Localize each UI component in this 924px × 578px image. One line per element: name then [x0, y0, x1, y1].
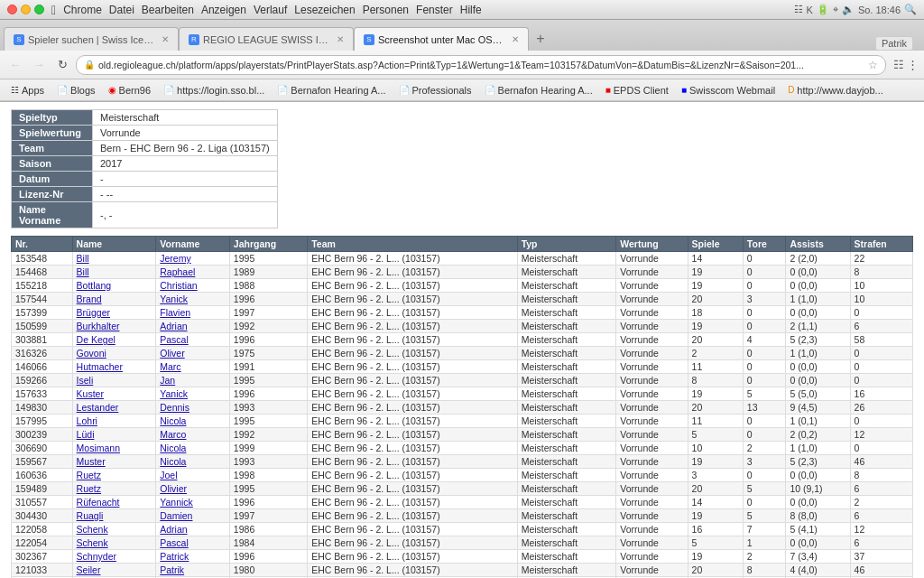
- player-cell: 0: [850, 415, 912, 428]
- tab-1-close[interactable]: ✕: [162, 34, 169, 44]
- table-row: 157995LohriNicola1995EHC Bern 96 - 2. L.…: [12, 415, 913, 428]
- tab-3[interactable]: S Screenshot unter Mac OS - M... ✕: [354, 27, 529, 51]
- player-name-link[interactable]: Hutmacher: [72, 360, 156, 374]
- player-vorname-link[interactable]: Patrick: [156, 550, 230, 564]
- player-vorname-link[interactable]: Yanick: [156, 293, 230, 306]
- new-tab-button[interactable]: +: [529, 27, 552, 51]
- player-name-link[interactable]: Seiler: [72, 564, 156, 577]
- menu-chrome[interactable]: Chrome: [63, 4, 102, 16]
- player-vorname-link[interactable]: Adrian: [156, 523, 230, 536]
- bookmark-apps[interactable]: ☷ Apps: [5, 83, 50, 98]
- player-vorname-link[interactable]: Nicola: [156, 455, 230, 469]
- player-vorname-link[interactable]: Raphael: [156, 266, 230, 279]
- player-vorname-link[interactable]: Marco: [156, 428, 230, 442]
- player-name-link[interactable]: Mosimann: [72, 442, 156, 455]
- wifi-icon: ⌖: [833, 4, 838, 15]
- player-vorname-link[interactable]: Yanick: [156, 387, 230, 401]
- player-vorname-link[interactable]: Yannick: [156, 496, 230, 509]
- url-text: old.regioleague.ch/platform/apps/players…: [98, 60, 804, 70]
- tab-1[interactable]: S Spieler suchen | Swiss Ice Ho... ✕: [4, 27, 179, 51]
- bookmark-swisscom[interactable]: ■ Swisscom Webmail: [676, 83, 781, 98]
- player-name-link[interactable]: Burkhalter: [72, 320, 156, 333]
- player-vorname-link[interactable]: Jeremy: [156, 252, 230, 266]
- player-vorname-link[interactable]: Nicola: [156, 415, 230, 428]
- url-bar[interactable]: 🔒 old.regioleague.ch/platform/apps/playe…: [76, 55, 886, 75]
- forward-button[interactable]: →: [29, 55, 49, 75]
- tab-2[interactable]: R REGIO LEAGUE SWISS ICE H... ✕: [179, 27, 354, 51]
- player-cell: 11: [688, 415, 743, 428]
- bookmark-star-icon[interactable]: ☆: [868, 59, 878, 71]
- refresh-button[interactable]: ↻: [52, 55, 72, 75]
- player-name-link[interactable]: Bottlang: [72, 279, 156, 293]
- bookmark-epds[interactable]: ■ EPDS Client: [600, 83, 674, 98]
- player-name-link[interactable]: Brügger: [72, 306, 156, 320]
- player-vorname-link[interactable]: Oliver: [156, 347, 230, 360]
- back-button[interactable]: ←: [5, 55, 25, 75]
- player-name-link[interactable]: Bill: [72, 266, 156, 279]
- menu-personen[interactable]: Personen: [363, 4, 409, 16]
- bookmark-sso[interactable]: 📄 https://login.sso.bl...: [158, 83, 270, 98]
- player-cell: 13: [743, 401, 786, 415]
- player-name-link[interactable]: Schenk: [72, 523, 156, 536]
- player-name-link[interactable]: Brand: [72, 293, 156, 306]
- player-name-link[interactable]: Ruetz: [72, 469, 156, 482]
- time-display: So. 18:46: [858, 5, 901, 15]
- search-icon[interactable]: 🔍: [904, 4, 917, 15]
- player-vorname-link[interactable]: Adrian: [156, 320, 230, 333]
- menu-anzeigen[interactable]: Anzeigen: [201, 4, 246, 16]
- bookmark-dayjob[interactable]: D http://www.dayjob...: [782, 83, 889, 98]
- player-name-link[interactable]: Lohri: [72, 415, 156, 428]
- bookmark-professionals[interactable]: 📄 Professionals: [393, 83, 477, 98]
- player-name-link[interactable]: Kuster: [72, 387, 156, 401]
- bookmark-bern96[interactable]: ◉ Bern96: [103, 83, 156, 98]
- player-vorname-link[interactable]: Dennis: [156, 401, 230, 415]
- profile-label[interactable]: Patrik: [875, 36, 913, 51]
- player-name-link[interactable]: Rüfenacht: [72, 496, 156, 509]
- player-name-link[interactable]: Ruagli: [72, 509, 156, 523]
- player-name-link[interactable]: Schnyder: [72, 550, 156, 564]
- tab-2-close[interactable]: ✕: [337, 34, 344, 44]
- bookmark-bernafon1[interactable]: 📄 Bernafon Hearing A...: [272, 83, 391, 98]
- player-name-link[interactable]: Govoni: [72, 347, 156, 360]
- menu-verlauf[interactable]: Verlauf: [254, 4, 287, 16]
- player-vorname-link[interactable]: Nicola: [156, 442, 230, 455]
- menu-fenster[interactable]: Fenster: [416, 4, 453, 16]
- player-name-link[interactable]: Ruetz: [72, 482, 156, 496]
- player-vorname-link[interactable]: Christian: [156, 279, 230, 293]
- apple-menu[interactable]: : [51, 3, 56, 17]
- player-vorname-link[interactable]: Damien: [156, 509, 230, 523]
- player-name-link[interactable]: Bill: [72, 252, 156, 266]
- menu-datei[interactable]: Datei: [109, 4, 134, 16]
- extensions-icon[interactable]: ☷: [893, 58, 904, 71]
- menu-hilfe[interactable]: Hilfe: [460, 4, 482, 16]
- window-controls[interactable]: [7, 5, 44, 14]
- player-cell: 0: [743, 428, 786, 442]
- player-vorname-link[interactable]: Marc: [156, 360, 230, 374]
- player-name-link[interactable]: Lestander: [72, 401, 156, 415]
- player-name-link[interactable]: Lüdi: [72, 428, 156, 442]
- player-vorname-link[interactable]: Pascal: [156, 536, 230, 550]
- player-cell: 6: [850, 509, 912, 523]
- maximize-button[interactable]: [34, 5, 44, 14]
- player-name-link[interactable]: De Kegel: [72, 333, 156, 347]
- player-cell: 19: [688, 387, 743, 401]
- player-vorname-link[interactable]: Patrik: [156, 564, 230, 577]
- tab-3-close[interactable]: ✕: [512, 34, 519, 44]
- menu-dots-icon[interactable]: ⋮: [907, 58, 919, 71]
- player-vorname-link[interactable]: Jan: [156, 374, 230, 387]
- player-vorname-link[interactable]: Pascal: [156, 333, 230, 347]
- info-row-lizenz: Lizenz-Nr - --: [12, 187, 278, 202]
- player-cell: 0: [743, 279, 786, 293]
- menu-lesezeichen[interactable]: Lesezeichen: [294, 4, 355, 16]
- menu-bearbeiten[interactable]: Bearbeiten: [142, 4, 194, 16]
- player-name-link[interactable]: Schenk: [72, 536, 156, 550]
- player-vorname-link[interactable]: Olivier: [156, 482, 230, 496]
- player-name-link[interactable]: Muster: [72, 455, 156, 469]
- minimize-button[interactable]: [21, 5, 31, 14]
- bookmark-bernafon2[interactable]: 📄 Bernafon Hearing A...: [479, 83, 598, 98]
- player-vorname-link[interactable]: Flavien: [156, 306, 230, 320]
- player-name-link[interactable]: Iseli: [72, 374, 156, 387]
- player-vorname-link[interactable]: Joel: [156, 469, 230, 482]
- bookmark-blogs[interactable]: 📄 Blogs: [51, 83, 101, 98]
- close-button[interactable]: [7, 5, 17, 14]
